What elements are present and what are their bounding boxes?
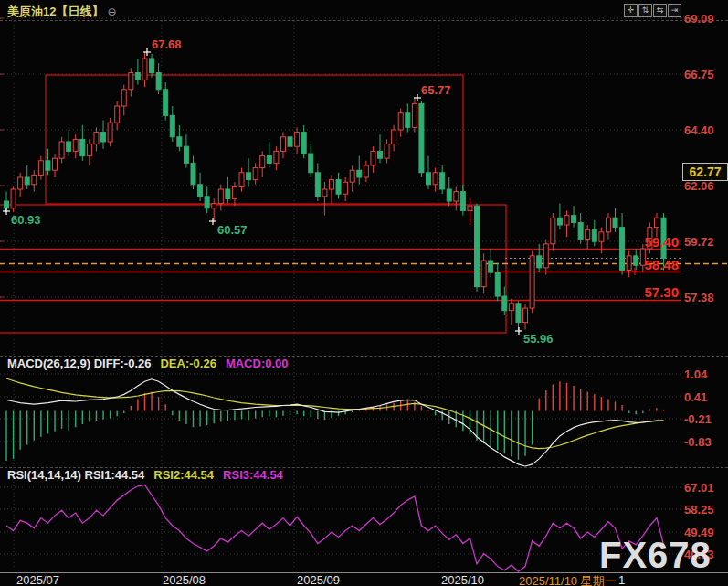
collapse-icon[interactable]: ⊖ [107, 5, 116, 18]
hline-price-label[interactable]: 59.40 [637, 234, 679, 250]
swing-low-annotation: 60.93 [11, 213, 41, 227]
header-separator [0, 20, 728, 21]
macd-indicator-header[interactable]: MACD(26,12,9) DIFF:-0.26DEA:-0.26MACD:0.… [7, 357, 289, 370]
hline-price-label[interactable]: 58.48 [637, 257, 679, 272]
x-axis-label: 2025/07 [16, 573, 59, 586]
scale-x-axis-icon[interactable]: ⇆ [653, 4, 667, 17]
x-axis-label: 2025/09 [297, 573, 340, 586]
macd-y-tick: -0.21 [684, 412, 726, 426]
hline-price-label[interactable]: 57.30 [637, 284, 679, 300]
swing-high-annotation: 67.68 [152, 37, 182, 51]
macd-y-tick: -0.83 [684, 435, 726, 449]
chart-title-bar: 美原油12【日线】⊖ [7, 4, 117, 20]
rsi-y-tick: 58.25 [684, 503, 726, 517]
y-tick-label: 57.38 [684, 291, 726, 304]
swing-high-annotation: 65.77 [421, 83, 451, 97]
x-axis-label: 2025/08 [163, 573, 206, 586]
y-tick-label: 64.40 [684, 123, 726, 137]
detach-window-icon[interactable]: ⇥ [668, 4, 681, 17]
rsi2-value: RSI2:44.54 [153, 468, 214, 482]
fx678-watermark: FX678 [599, 535, 712, 576]
rsi-y-tick: 67.01 [684, 481, 726, 495]
rsi3-value: RSI3:44.54 [223, 468, 283, 482]
scale-y-axis-icon[interactable]: ⇅ [638, 4, 652, 17]
rsi-title: RSI(14,14,14) RSI1:44.54 [7, 468, 144, 482]
swing-low-annotation: 55.96 [523, 332, 554, 346]
y-tick-label: 69.09 [684, 12, 726, 26]
x-axis-label: 2025/10 [441, 573, 484, 586]
price-alert-label[interactable]: 62.77 [682, 163, 728, 181]
y-tick-label: 66.75 [684, 68, 726, 81]
swing-low-annotation: 60.57 [217, 223, 248, 237]
trading-app-window: 美原油12【日线】⊖ ✛ ⇅ ⇆ ⇥ 69.09 66.75 64.40 62.… [0, 0, 728, 586]
macd-y-tick: 1.04 [684, 368, 726, 381]
macd-hist-value: MACD:0.00 [226, 357, 289, 370]
y-tick-label: 62.06 [684, 179, 726, 193]
macd-title: MACD(26,12,9) DIFF:-0.26 [7, 357, 151, 370]
symbol-timeframe-title: 美原油12【日线】 [7, 5, 103, 18]
price-chart-canvas[interactable] [0, 0, 728, 586]
pan-tool-icon[interactable]: ✛ [624, 4, 638, 17]
macd-y-tick: 0.41 [684, 390, 726, 404]
rsi-indicator-header[interactable]: RSI(14,14,14) RSI1:44.54RSI2:44.54RSI3:4… [7, 468, 283, 482]
y-tick-label: 59.72 [684, 235, 726, 249]
macd-dea-value: DEA:-0.26 [160, 357, 216, 370]
